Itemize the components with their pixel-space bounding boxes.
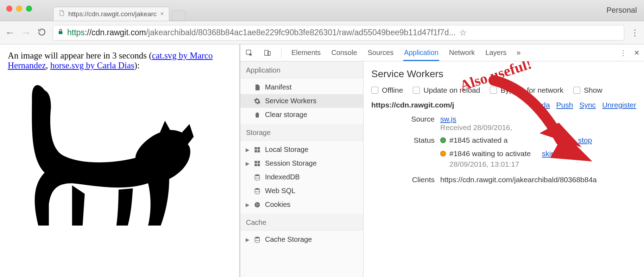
sidebar-item-cookies[interactable]: ▶Cookies: [240, 198, 363, 211]
sw-stop-link[interactable]: stop: [578, 136, 592, 144]
check-offline[interactable]: Offline: [371, 86, 403, 94]
profile-label[interactable]: Personal: [606, 6, 637, 15]
check-show-all[interactable]: Show: [573, 86, 602, 94]
close-window-button[interactable]: [6, 6, 12, 12]
application-sidebar: Application Manifest Service Workers Cle…: [240, 61, 364, 277]
tab-network[interactable]: Network: [448, 44, 475, 61]
group-storage: Storage: [240, 124, 363, 141]
sidebar-item-indexeddb[interactable]: IndexedDB: [240, 170, 363, 184]
device-toggle-icon[interactable]: [263, 48, 272, 57]
tab-sources[interactable]: Sources: [367, 44, 394, 61]
label: Web SQL: [265, 187, 295, 195]
url-scheme: https: [67, 28, 85, 37]
cat-image: [8, 73, 232, 245]
sw-action-unregister[interactable]: Unregister: [602, 101, 636, 109]
label: Bypass for network: [500, 86, 563, 94]
tab-close-icon[interactable]: ×: [160, 10, 164, 18]
url-path: /jakearchibald/80368b84ac1ae8e229fc90b3f…: [146, 28, 456, 37]
status-activated-text: #1845 activated a: [449, 136, 508, 144]
page-intro: An image will appear here in 3 seconds (…: [8, 51, 232, 70]
rendered-page: An image will appear here in 3 seconds (…: [0, 44, 240, 277]
devtools-tabstrip: Elements Console Sources Application Net…: [240, 44, 644, 61]
label: Service Workers: [265, 97, 316, 105]
status-activated-row: #1845 activated a ing stop: [440, 136, 636, 144]
browser-menu-button[interactable]: ⋮: [631, 28, 639, 38]
intro-sep: ,: [46, 61, 50, 70]
label: Clear storage: [265, 111, 307, 119]
svg-point-16: [258, 204, 259, 205]
svg-point-12: [255, 174, 259, 176]
sw-received: Received 28/09/2016,: [440, 123, 512, 131]
svg-point-17: [257, 205, 258, 206]
content-area: An image will appear here in 3 seconds (…: [0, 44, 644, 277]
checkbox-icon[interactable]: [573, 87, 580, 94]
zoom-window-button[interactable]: [26, 6, 32, 12]
sw-origin: https://cdn.rawgit.com/j: [371, 101, 454, 109]
link-horse-svg[interactable]: horse.svg by Carla Dias: [50, 61, 134, 70]
browser-toolbar: ← → https://cdn.rawgit.com/jakearchibald…: [0, 21, 644, 44]
check-bypass-for-network[interactable]: Bypass for network: [490, 86, 563, 94]
tab-console[interactable]: Console: [330, 44, 358, 61]
svg-rect-5: [258, 147, 260, 149]
sw-action-push[interactable]: Push: [556, 101, 573, 109]
label-source: Source: [371, 115, 435, 123]
svg-rect-4: [255, 147, 257, 149]
check-update-on-reload[interactable]: Update on reload: [413, 86, 480, 94]
label: Session Storage: [265, 159, 317, 167]
checkbox-icon[interactable]: [413, 87, 420, 94]
tab-title: https://cdn.rawgit.com/jakearc: [68, 10, 157, 18]
sidebar-item-web-sql[interactable]: Web SQL: [240, 184, 363, 198]
inspect-icon[interactable]: [245, 48, 254, 57]
forward-button[interactable]: →: [21, 27, 31, 38]
checkbox-icon[interactable]: [490, 87, 497, 94]
sw-source-link[interactable]: sw.js: [440, 115, 456, 123]
tab-application[interactable]: Application: [403, 44, 439, 61]
sw-origin-row: https://cdn.rawgit.com/j Upda Push Sync …: [371, 101, 636, 109]
tab-elements[interactable]: Elements: [291, 44, 321, 61]
url-host: ://cdn.rawgit.com: [85, 28, 146, 37]
sidebar-item-cache-storage[interactable]: ▶Cache Storage: [240, 233, 363, 246]
page-icon: [58, 10, 65, 18]
minimize-window-button[interactable]: [16, 6, 22, 12]
service-workers-panel: Service Workers Offline Update on reload…: [364, 61, 644, 277]
group-application: Application: [240, 61, 363, 78]
devtools-panel: Elements Console Sources Application Net…: [240, 44, 644, 277]
status-orange-icon: [440, 151, 446, 156]
svg-point-13: [255, 188, 259, 190]
label: Manifest: [265, 83, 292, 91]
group-cache: Cache: [240, 214, 363, 230]
tab-strip: https://cdn.rawgit.com/jakearc ×: [53, 0, 185, 21]
address-bar[interactable]: https://cdn.rawgit.com/jakearchibald/803…: [53, 25, 624, 41]
sidebar-item-clear-storage[interactable]: Clear storage: [240, 108, 363, 122]
sw-action-sync[interactable]: Sync: [579, 101, 596, 109]
label: Cookies: [265, 201, 290, 209]
browser-tab[interactable]: https://cdn.rawgit.com/jakearc ×: [53, 7, 169, 21]
svg-point-15: [256, 203, 257, 204]
devtools-body: Application Manifest Service Workers Cle…: [240, 61, 644, 277]
tabs-overflow-icon[interactable]: »: [516, 48, 520, 57]
sidebar-item-local-storage[interactable]: ▶Local Storage: [240, 143, 363, 156]
lock-icon: [57, 29, 64, 37]
devtools-close-icon[interactable]: ✕: [634, 49, 640, 57]
sidebar-item-manifest[interactable]: Manifest: [240, 80, 363, 94]
sidebar-item-session-storage[interactable]: ▶Session Storage: [240, 156, 363, 170]
devtools-menu-icon[interactable]: ⋮: [620, 49, 627, 57]
traffic-lights: [0, 0, 32, 12]
sw-actions: Upda Push Sync Unregister: [532, 101, 636, 109]
bookmark-star-icon[interactable]: ☆: [459, 28, 467, 38]
status-activated-tail: ing: [557, 136, 567, 144]
label: Show: [584, 86, 602, 94]
sw-action-update[interactable]: Upda: [532, 101, 550, 109]
new-tab-button[interactable]: [172, 10, 185, 21]
reload-button[interactable]: [37, 27, 46, 38]
label: IndexedDB: [265, 173, 300, 181]
label: Update on reload: [423, 86, 480, 94]
sidebar-item-service-workers[interactable]: Service Workers: [240, 94, 363, 108]
label: Offline: [382, 86, 403, 94]
label: Local Storage: [265, 146, 308, 154]
back-button[interactable]: ←: [5, 27, 15, 38]
tab-layers[interactable]: Layers: [485, 44, 507, 61]
checkbox-icon[interactable]: [371, 87, 378, 94]
sw-skipwaiting-link[interactable]: skipWaiting: [542, 149, 580, 158]
svg-point-18: [255, 236, 259, 238]
